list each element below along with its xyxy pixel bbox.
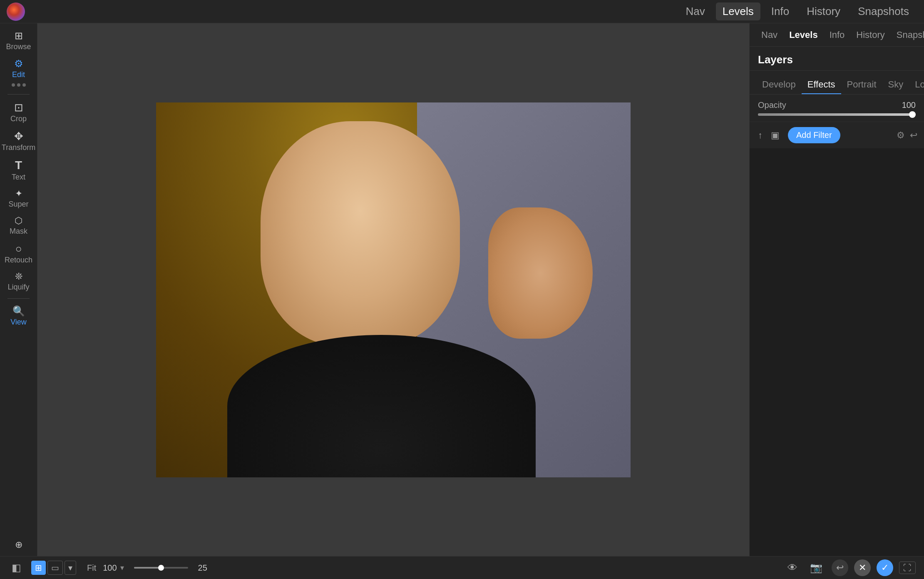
photo-canvas (156, 102, 631, 477)
sidebar-item-super[interactable]: ✦ Super (2, 186, 35, 211)
sidebar-item-crop[interactable]: ⊡ Crop (2, 99, 35, 126)
camera-icon: 📷 (810, 562, 822, 574)
canvas-area (37, 23, 749, 556)
left-sidebar: ⊞ Browse ⚙ Edit ⊡ Crop ✥ Transform T Tex… (0, 23, 37, 556)
transform-icon: ✥ (14, 131, 23, 142)
filter-content (750, 148, 924, 556)
layer-tab-sky[interactable]: Sky (882, 76, 909, 94)
opacity-fill (758, 113, 916, 116)
sidebar-item-edit[interactable]: ⚙ Edit (2, 55, 35, 90)
fit-label: Fit (87, 563, 96, 573)
eye-button[interactable]: 👁 (784, 560, 801, 575)
zoom-dropdown[interactable]: 100 ▾ (103, 563, 124, 573)
confirm-button[interactable]: ✓ (877, 559, 893, 576)
bottom-tool-icon: ⊕ (15, 540, 22, 549)
hand-area (488, 207, 593, 339)
expand-button[interactable]: ⛶ (899, 562, 916, 574)
bottom-bar: ◧ ⊞ ▭ ▾ Fit 100 ▾ 25 👁 📷 ↩ ✕ (0, 556, 924, 579)
sidebar-toggle-icon: ◧ (12, 562, 21, 574)
sidebar-toggle-button[interactable]: ◧ (8, 560, 25, 575)
opacity-section: Opacity 100 (750, 95, 924, 122)
sidebar-label-retouch: Retouch (5, 256, 32, 265)
layer-tab-develop[interactable]: Develop (756, 76, 802, 94)
opacity-value: 100 (902, 100, 916, 110)
opacity-slider[interactable] (758, 113, 916, 116)
undo-icon: ↩ (836, 562, 844, 573)
view-icon: 🔍 (12, 306, 25, 316)
right-tab-info[interactable]: Info (825, 27, 850, 43)
right-tab-levels[interactable]: Levels (784, 27, 823, 43)
opacity-thumb (909, 111, 916, 118)
topbar-tab-info[interactable]: Info (765, 2, 796, 20)
main: ⊞ Browse ⚙ Edit ⊡ Crop ✥ Transform T Tex… (0, 23, 924, 556)
sidebar-label-transform: Transform (2, 143, 35, 152)
right-tab-snapshots[interactable]: Snapshots (892, 27, 924, 43)
browse-icon: ⊞ (15, 31, 23, 41)
zoom-value: 100 (103, 563, 117, 573)
sidebar-item-retouch[interactable]: ○ Retouch (2, 240, 35, 267)
layer-tab-effects[interactable]: Effects (802, 76, 841, 94)
sidebar-label-crop: Crop (10, 115, 27, 123)
app-logo (7, 2, 25, 21)
add-filter-button[interactable]: Add Filter (788, 127, 840, 143)
text-icon: T (15, 160, 22, 171)
clothing (227, 335, 536, 477)
single-view-button[interactable]: ▭ (47, 561, 63, 575)
crop-icon: ⊡ (14, 102, 23, 113)
grid-view-button[interactable]: ⊞ (31, 561, 46, 575)
confirm-icon: ✓ (881, 562, 889, 573)
topbar-nav: Nav Levels Info History Snapshots (679, 2, 916, 20)
topbar-tab-history[interactable]: History (800, 2, 847, 20)
right-panel: Nav Levels Info History Snapshots Layers… (749, 23, 924, 556)
opacity-label: Opacity (758, 100, 786, 110)
chevron-down-icon: ▾ (68, 563, 72, 573)
single-view-icon: ▭ (51, 563, 59, 573)
filter-settings-button[interactable]: ⚙ (897, 130, 905, 141)
camera-button[interactable]: 📷 (807, 560, 826, 575)
filter-undo-icon: ↩ (910, 130, 917, 140)
topbar-tab-nav[interactable]: Nav (679, 2, 711, 20)
filter-undo-button[interactable]: ↩ (910, 130, 917, 141)
sidebar-label-text: Text (12, 173, 25, 182)
mask-icon: ⬡ (15, 216, 22, 225)
sidebar-item-bottom-tool[interactable]: ⊕ (2, 537, 35, 552)
layers-title: Layers (758, 53, 793, 66)
export-button[interactable]: ↑ (756, 128, 764, 142)
zoom-slider[interactable] (134, 567, 188, 569)
topbar-tab-levels[interactable]: Levels (716, 2, 760, 20)
layer-sub-tabs: Develop Effects Portrait Sky Local (750, 71, 924, 95)
opacity-row: Opacity 100 (758, 100, 916, 110)
grid-view-icon: ⊞ (35, 563, 42, 573)
layer-mask-button[interactable]: ▣ (769, 128, 781, 142)
sidebar-item-browse[interactable]: ⊞ Browse (2, 27, 35, 54)
sidebar-label-super: Super (8, 200, 28, 209)
sidebar-item-liquify[interactable]: ❊ Liquify (2, 269, 35, 294)
sidebar-label-liquify: Liquify (7, 283, 29, 292)
sidebar-item-transform[interactable]: ✥ Transform (2, 127, 35, 155)
close-button[interactable]: ✕ (854, 559, 871, 576)
sidebar-item-mask[interactable]: ⬡ Mask (2, 213, 35, 238)
zoom-slider-track (134, 567, 161, 569)
sidebar-item-view[interactable]: 🔍 View (2, 303, 35, 329)
sidebar-item-text[interactable]: T Text (2, 156, 35, 184)
zoom-slider-thumb (158, 565, 164, 571)
undo-button[interactable]: ↩ (832, 559, 848, 576)
topbar-tab-snapshots[interactable]: Snapshots (851, 2, 916, 20)
sidebar-label-browse: Browse (6, 42, 31, 51)
layers-header: Layers (750, 47, 924, 71)
right-tab-nav[interactable]: Nav (756, 27, 782, 43)
filter-settings-icon: ⚙ (897, 130, 905, 140)
layer-tab-portrait[interactable]: Portrait (841, 76, 882, 94)
layer-mask-icon: ▣ (771, 130, 780, 140)
liquify-icon: ❊ (15, 272, 22, 281)
super-icon: ✦ (15, 189, 22, 198)
close-icon: ✕ (859, 562, 866, 573)
view-dropdown-button[interactable]: ▾ (65, 561, 76, 575)
filter-toolbar: ↑ ▣ Add Filter ⚙ ↩ (750, 122, 924, 148)
sidebar-label-view: View (10, 318, 27, 327)
layer-tab-local[interactable]: Local (909, 76, 924, 94)
export-icon: ↑ (758, 130, 763, 140)
bottom-right-actions: 👁 📷 ↩ ✕ ✓ ⛶ (784, 559, 916, 576)
right-tab-history[interactable]: History (851, 27, 889, 43)
sidebar-sep-1 (7, 94, 30, 95)
